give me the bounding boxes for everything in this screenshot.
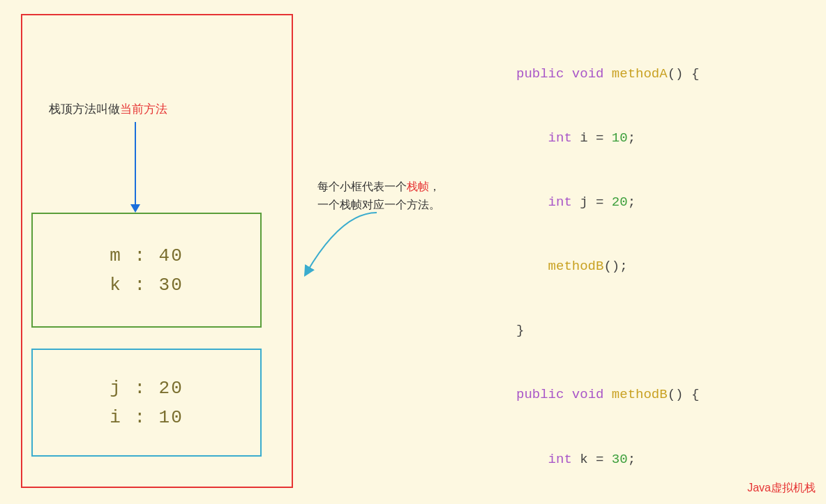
code-display: public void methodA() { int i = 10; int … (516, 21, 699, 504)
code-line-1: public void methodA() { (516, 63, 699, 85)
frame-box-methodb: m : 40 k : 30 (31, 213, 262, 328)
var-m: m : 40 (110, 245, 183, 266)
down-arrow-icon (135, 122, 136, 206)
label-text-static: 栈顶方法叫做 (49, 102, 120, 116)
frame-annotation-label: 每个小框代表一个栈帧， 一个栈帧对应一个方法。 (317, 178, 440, 213)
watermark-label: Java虚拟机栈 (747, 481, 816, 496)
annotation-arrow-icon (300, 209, 384, 286)
var-i: i : 10 (110, 407, 183, 428)
code-line-5: } (516, 320, 699, 342)
label-text-highlight: 当前方法 (120, 102, 167, 116)
frame-box-methoda: j : 20 i : 10 (31, 349, 262, 457)
code-line-7: int k = 30; (516, 449, 699, 471)
stack-top-label: 栈顶方法叫做当前方法 (49, 101, 167, 117)
code-line-2: int i = 10; (516, 128, 699, 149)
frame-label-highlight: 栈帧 (407, 181, 429, 192)
var-j: j : 20 (110, 378, 183, 399)
code-line-3: int j = 20; (516, 192, 699, 213)
code-line-6: public void methodB() { (516, 384, 699, 406)
frame-label-line1: 每个小框代表一个栈帧， (317, 181, 440, 192)
var-k: k : 30 (110, 275, 183, 296)
code-line-4: methodB(); (516, 256, 699, 277)
